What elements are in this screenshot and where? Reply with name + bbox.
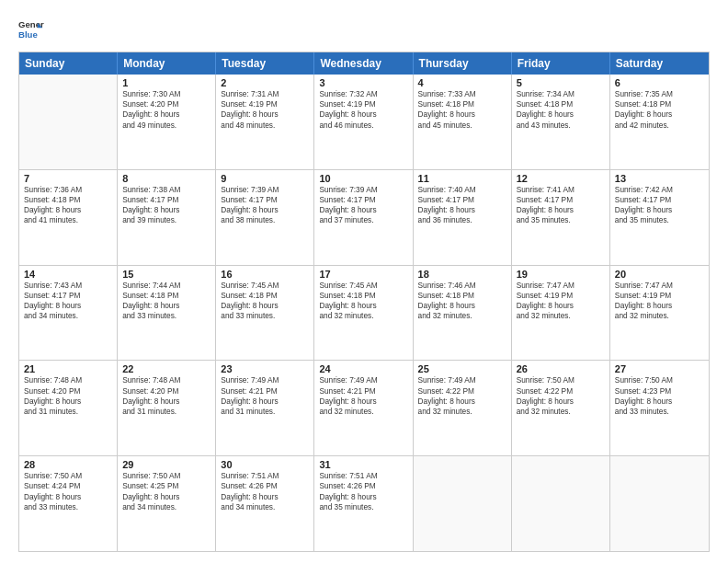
day-number: 14 <box>24 269 112 280</box>
calendar-body: 1Sunrise: 7:30 AMSunset: 4:20 PMDaylight… <box>19 75 709 551</box>
cell-line: and 32 minutes. <box>517 311 605 321</box>
calendar-cell: 29Sunrise: 7:50 AMSunset: 4:25 PMDayligh… <box>118 456 216 551</box>
calendar-cell: 25Sunrise: 7:49 AMSunset: 4:22 PMDayligh… <box>414 361 512 455</box>
cell-line: and 35 minutes. <box>615 215 704 225</box>
cell-line: Sunset: 4:18 PM <box>221 291 309 301</box>
weekday-header-wednesday: Wednesday <box>314 52 413 75</box>
cell-line: Daylight: 8 hours <box>221 205 309 215</box>
cell-line: Sunset: 4:17 PM <box>517 195 605 205</box>
cell-line: Daylight: 8 hours <box>418 109 506 120</box>
cell-line: Sunset: 4:26 PM <box>221 481 309 491</box>
cell-line: Sunrise: 7:36 AM <box>24 185 112 195</box>
cell-line: Sunrise: 7:49 AM <box>221 375 309 385</box>
cell-line: Sunrise: 7:43 AM <box>24 281 112 291</box>
calendar-cell: 12Sunrise: 7:41 AMSunset: 4:17 PMDayligh… <box>512 170 610 265</box>
day-number: 5 <box>517 77 605 88</box>
calendar-cell: 6Sunrise: 7:35 AMSunset: 4:18 PMDaylight… <box>610 75 709 169</box>
cell-line: Sunrise: 7:46 AM <box>418 281 506 291</box>
cell-line: Sunset: 4:25 PM <box>122 481 210 491</box>
calendar-cell: 9Sunrise: 7:39 AMSunset: 4:17 PMDaylight… <box>216 170 314 265</box>
cell-line: Sunrise: 7:33 AM <box>418 89 506 99</box>
cell-line: Sunrise: 7:50 AM <box>615 375 704 385</box>
calendar-cell: 17Sunrise: 7:45 AMSunset: 4:18 PMDayligh… <box>314 266 413 361</box>
cell-line: Sunset: 4:17 PM <box>418 195 506 205</box>
cell-line: Daylight: 8 hours <box>418 205 506 215</box>
cell-line: Sunset: 4:18 PM <box>319 291 407 301</box>
logo: General Blue <box>18 17 44 42</box>
cell-line: Sunset: 4:18 PM <box>24 195 112 205</box>
cell-line: Daylight: 8 hours <box>122 301 210 311</box>
calendar-cell <box>512 456 610 551</box>
cell-line: and 49 minutes. <box>122 121 210 131</box>
page: General Blue SundayMondayTuesdayWednesda… <box>0 0 728 563</box>
cell-line: and 41 minutes. <box>24 215 112 225</box>
day-number: 8 <box>122 173 210 184</box>
calendar-cell: 23Sunrise: 7:49 AMSunset: 4:21 PMDayligh… <box>216 361 314 455</box>
calendar-cell: 21Sunrise: 7:48 AMSunset: 4:20 PMDayligh… <box>19 361 118 455</box>
cell-line: and 43 minutes. <box>517 121 605 131</box>
cell-line: Sunrise: 7:32 AM <box>319 89 407 99</box>
cell-line: Daylight: 8 hours <box>122 396 210 407</box>
svg-text:Blue: Blue <box>18 29 38 40</box>
cell-line: and 34 minutes. <box>24 311 112 321</box>
header: General Blue <box>18 17 710 42</box>
cell-line: Daylight: 8 hours <box>319 205 407 215</box>
day-number: 13 <box>615 173 704 184</box>
calendar: SundayMondayTuesdayWednesdayThursdayFrid… <box>18 52 710 552</box>
cell-line: Sunset: 4:24 PM <box>24 481 112 491</box>
cell-line: and 35 minutes. <box>319 502 407 512</box>
weekday-header-thursday: Thursday <box>414 52 512 75</box>
day-number: 24 <box>319 363 407 374</box>
calendar-cell: 22Sunrise: 7:48 AMSunset: 4:20 PMDayligh… <box>118 361 216 455</box>
cell-line: Daylight: 8 hours <box>122 205 210 215</box>
calendar-cell: 14Sunrise: 7:43 AMSunset: 4:17 PMDayligh… <box>19 266 118 361</box>
cell-line: Daylight: 8 hours <box>319 492 407 502</box>
day-number: 1 <box>122 77 210 88</box>
cell-line: Daylight: 8 hours <box>221 396 309 407</box>
cell-line: Sunset: 4:21 PM <box>221 386 309 396</box>
day-number: 17 <box>319 269 407 280</box>
cell-line: Sunrise: 7:30 AM <box>122 89 210 99</box>
day-number: 6 <box>615 77 704 88</box>
cell-line: Daylight: 8 hours <box>24 492 112 502</box>
calendar-cell: 31Sunrise: 7:51 AMSunset: 4:26 PMDayligh… <box>314 456 413 551</box>
cell-line: Sunset: 4:17 PM <box>319 195 407 205</box>
calendar-cell: 3Sunrise: 7:32 AMSunset: 4:19 PMDaylight… <box>314 75 413 169</box>
calendar-cell: 16Sunrise: 7:45 AMSunset: 4:18 PMDayligh… <box>216 266 314 361</box>
calendar-row-1: 7Sunrise: 7:36 AMSunset: 4:18 PMDaylight… <box>19 169 709 265</box>
cell-line: and 33 minutes. <box>615 407 704 417</box>
cell-line: Sunset: 4:17 PM <box>615 195 704 205</box>
cell-line: and 33 minutes. <box>122 311 210 321</box>
cell-line: Daylight: 8 hours <box>517 205 605 215</box>
cell-line: and 34 minutes. <box>122 502 210 512</box>
day-number: 15 <box>122 269 210 280</box>
calendar-cell: 8Sunrise: 7:38 AMSunset: 4:17 PMDaylight… <box>118 170 216 265</box>
cell-line: Sunset: 4:19 PM <box>615 291 704 301</box>
cell-line: Daylight: 8 hours <box>615 109 704 120</box>
cell-line: and 31 minutes. <box>221 407 309 417</box>
calendar-cell: 26Sunrise: 7:50 AMSunset: 4:22 PMDayligh… <box>512 361 610 455</box>
cell-line: Sunset: 4:19 PM <box>517 291 605 301</box>
cell-line: Sunset: 4:18 PM <box>615 99 704 109</box>
day-number: 9 <box>221 173 309 184</box>
cell-line: Sunrise: 7:42 AM <box>615 185 704 195</box>
cell-line: and 31 minutes. <box>122 407 210 417</box>
cell-line: Sunrise: 7:39 AM <box>221 185 309 195</box>
cell-line: Daylight: 8 hours <box>517 396 605 407</box>
cell-line: and 32 minutes. <box>418 407 506 417</box>
cell-line: Daylight: 8 hours <box>24 301 112 311</box>
cell-line: Sunset: 4:18 PM <box>122 291 210 301</box>
cell-line: and 36 minutes. <box>418 215 506 225</box>
calendar-cell: 19Sunrise: 7:47 AMSunset: 4:19 PMDayligh… <box>512 266 610 361</box>
cell-line: Daylight: 8 hours <box>122 109 210 120</box>
calendar-row-2: 14Sunrise: 7:43 AMSunset: 4:17 PMDayligh… <box>19 265 709 361</box>
day-number: 4 <box>418 77 506 88</box>
calendar-row-3: 21Sunrise: 7:48 AMSunset: 4:20 PMDayligh… <box>19 360 709 455</box>
cell-line: Daylight: 8 hours <box>24 396 112 407</box>
day-number: 2 <box>221 77 309 88</box>
cell-line: and 33 minutes. <box>221 311 309 321</box>
cell-line: Sunset: 4:23 PM <box>615 386 704 396</box>
day-number: 27 <box>615 363 704 374</box>
cell-line: Sunrise: 7:48 AM <box>24 375 112 385</box>
cell-line: Sunrise: 7:47 AM <box>615 281 704 291</box>
